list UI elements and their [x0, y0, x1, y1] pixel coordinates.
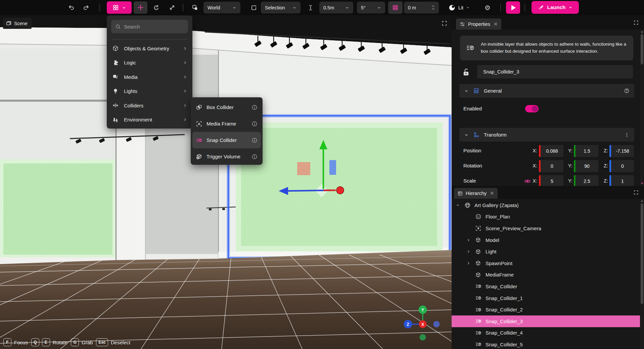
position-x-field[interactable]: 0.088	[539, 145, 563, 157]
rotation-y-field[interactable]: 90	[574, 160, 598, 172]
add-object-menu-button[interactable]	[107, 1, 132, 14]
hierarchy-item-snap-collider-2[interactable]: Snap_Collider_2	[452, 304, 640, 315]
move-tool-button[interactable]	[134, 1, 147, 14]
axis-negy-dot[interactable]	[420, 334, 426, 341]
menu-item-colliders[interactable]: Colliders	[107, 98, 192, 113]
undo-button[interactable]	[65, 1, 78, 14]
info-icon[interactable]	[251, 121, 258, 127]
position-z-value[interactable]: -7.158	[611, 145, 634, 157]
rotation-y-value[interactable]: 90	[576, 160, 598, 172]
surface-snap-button[interactable]	[304, 1, 317, 14]
hierarchy-item-art-gallery-zapata[interactable]: Art Gallery (Zapata)	[452, 199, 640, 211]
object-name-input[interactable]	[477, 65, 633, 79]
properties-scrollbar[interactable]: ▲ ▼	[640, 30, 644, 186]
hierarchy-item-model[interactable]: Model	[452, 234, 640, 246]
hierarchy-item-snap-collider-3[interactable]: Snap_Collider_3	[452, 315, 640, 327]
chevron-down-icon[interactable]	[431, 8, 435, 10]
scroll-down-arrow[interactable]: ▼	[641, 182, 643, 185]
hierarchy-scrollbar[interactable]: ▲	[640, 199, 644, 349]
info-icon[interactable]	[251, 104, 258, 110]
enabled-toggle[interactable]	[525, 105, 539, 112]
hierarchy-item-mediaframe[interactable]: MediaFrame	[452, 269, 640, 281]
scene-canvas[interactable]: Y Z X	[0, 15, 452, 349]
position-y-value[interactable]: 1.5	[576, 145, 598, 157]
menu-item-media[interactable]: Media	[107, 70, 192, 84]
paste-transform-button[interactable]	[188, 1, 201, 14]
close-icon[interactable]: ✕	[494, 21, 498, 27]
grid-toggle-button[interactable]	[388, 1, 403, 14]
hierarchy-item-snap-collider[interactable]: Snap_Collider	[452, 281, 640, 292]
scrollbar-thumb[interactable]	[641, 34, 643, 64]
lock-open-icon[interactable]	[462, 67, 470, 79]
scroll-up-arrow[interactable]: ▲	[641, 31, 643, 33]
scale-x-field[interactable]: 5	[539, 175, 563, 186]
hierarchy-item-light[interactable]: Light	[452, 246, 640, 257]
hierarchy-item-snap-collider-1[interactable]: Snap_Collider_1	[452, 292, 640, 304]
gizmo-plane-handle-z[interactable]	[329, 160, 336, 175]
viewport-expand-icon[interactable]	[440, 19, 449, 28]
transform-section-header[interactable]: Transform	[459, 128, 634, 142]
hierarchy-tab[interactable]: Hierarchy ✕	[454, 188, 498, 199]
properties-expand-icon[interactable]	[632, 18, 640, 27]
transform-space-dropdown[interactable]: World	[203, 2, 240, 13]
grid-step-dropdown[interactable]: 0.5m	[319, 2, 353, 13]
menu-item-logic[interactable]: Logic	[107, 56, 192, 70]
submenu-item-box-collider[interactable]: Box Collider	[192, 99, 261, 115]
viewport-3d[interactable]: Y Z X	[0, 15, 452, 349]
hierarchy-expand-icon[interactable]	[632, 188, 640, 196]
chevron-up-icon[interactable]	[431, 5, 435, 7]
render-mode-dropdown[interactable]: Lit	[444, 1, 474, 14]
elevation-stepper[interactable]: 0 m	[404, 2, 439, 13]
hierarchy-item-spawnpoint[interactable]: SpawnPoint	[452, 257, 640, 269]
pivot-mode-button[interactable]	[247, 1, 261, 14]
rotation-x-field[interactable]: 0	[539, 160, 563, 172]
info-icon[interactable]	[251, 137, 258, 143]
hierarchy-item-snap-collider-4[interactable]: Snap_Collider_4	[452, 327, 640, 339]
menu-search[interactable]	[111, 20, 188, 33]
close-icon[interactable]: ✕	[490, 190, 494, 196]
rotate-tool-button[interactable]	[149, 1, 163, 14]
submenu-item-snap-collider[interactable]: Snap Collider	[192, 132, 261, 148]
rotation-z-value[interactable]: 0	[611, 160, 634, 172]
scale-x-value[interactable]: 5	[541, 175, 563, 186]
object-name-field[interactable]	[477, 65, 633, 79]
properties-tab[interactable]: Properties ✕	[456, 18, 501, 30]
scale-y-field[interactable]: 2.5	[574, 175, 598, 186]
menu-item-environment[interactable]: Environment	[107, 113, 192, 127]
chevron-right-icon[interactable]	[466, 238, 471, 242]
chevron-down-icon[interactable]	[456, 203, 460, 207]
redo-button[interactable]	[80, 1, 92, 14]
play-button[interactable]	[506, 1, 520, 14]
general-section-header[interactable]: General	[459, 84, 634, 98]
axis-negx-dot[interactable]	[433, 321, 440, 328]
search-input[interactable]	[124, 24, 178, 30]
menu-item-objects-geometry[interactable]: Objects & Geometry	[107, 41, 192, 56]
info-icon[interactable]	[251, 154, 258, 160]
position-y-field[interactable]: 1.5	[574, 145, 598, 157]
gizmo-plane-handle-xy[interactable]	[297, 162, 310, 175]
scale-tool-button[interactable]	[165, 1, 179, 14]
scale-z-field[interactable]: 1	[609, 175, 634, 186]
hierarchy-item-snap-collider-5[interactable]: Snap_Collider_5	[452, 339, 640, 349]
rotation-z-field[interactable]: 0	[609, 160, 634, 172]
hierarchy-item-floor-plan[interactable]: Floor_Plan	[452, 211, 640, 223]
gizmo-x-handle[interactable]	[336, 187, 344, 194]
menu-item-lights[interactable]: Lights	[107, 84, 192, 99]
scrollbar-thumb[interactable]	[641, 203, 643, 304]
position-z-field[interactable]: -7.158	[609, 145, 634, 157]
hierarchy-item-scene-preview-camera[interactable]: Scene_Preview_Camera	[452, 222, 640, 234]
rotate-step-dropdown[interactable]: 5°	[357, 2, 385, 13]
chevron-right-icon[interactable]	[466, 249, 471, 254]
launch-button[interactable]: Launch	[532, 1, 579, 14]
scene-tab[interactable]: Scene	[3, 18, 32, 29]
snap-mode-dropdown[interactable]: Selection	[261, 2, 301, 13]
scale-y-value[interactable]: 2.5	[576, 175, 598, 186]
chevron-right-icon[interactable]	[466, 261, 471, 265]
gizmo-z-axis[interactable]	[287, 190, 330, 191]
submenu-item-trigger-volume[interactable]: Trigger Volume	[192, 148, 261, 165]
scale-z-value[interactable]: 1	[611, 175, 634, 186]
kebab-menu-icon[interactable]	[624, 132, 630, 138]
submenu-item-media-frame[interactable]: Media Frame	[192, 115, 261, 132]
settings-button[interactable]: ⚙	[481, 1, 494, 14]
position-x-value[interactable]: 0.088	[541, 145, 563, 157]
